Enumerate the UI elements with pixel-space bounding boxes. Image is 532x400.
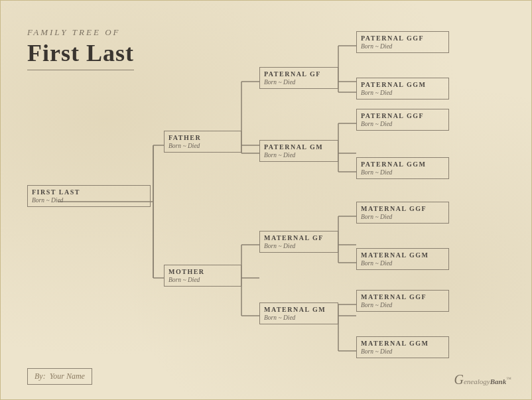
paternal-ggm2-box: PATERNAL GGM Born ~ Died <box>356 157 449 179</box>
brand-bank: Bank <box>490 377 506 385</box>
page: FAMILY TREE of First Last <box>0 0 532 400</box>
mother-box: MOTHER Born ~ Died <box>164 265 241 287</box>
brand-g-icon: G <box>454 372 464 387</box>
maternal-ggm1-name: MATERNAL GGM <box>357 249 448 260</box>
maternal-ggf2-box: MATERNAL GGF Born ~ Died <box>356 290 449 312</box>
maternal-ggf2-dates: Born ~ Died <box>357 302 448 311</box>
maternal-gf-dates: Born ~ Died <box>260 243 338 252</box>
paternal-gf-name: PATERNAL GF <box>260 68 338 79</box>
by-value[interactable]: Your Name <box>50 371 85 381</box>
maternal-ggf1-name: MATERNAL GGF <box>357 202 448 214</box>
paternal-gm-name: PATERNAL GM <box>260 141 338 152</box>
paternal-gf-dates: Born ~ Died <box>260 79 338 88</box>
footer-brand: GenealogyBank™ <box>454 372 511 387</box>
footer-by: By: Your Name <box>27 368 92 385</box>
by-label: By: <box>34 371 46 381</box>
paternal-ggf2-box: PATERNAL GGF Born ~ Died <box>356 109 449 131</box>
mother-name: MOTHER <box>165 265 241 277</box>
maternal-ggm2-box: MATERNAL GGM Born ~ Died <box>356 336 449 358</box>
brand-text: enealogy <box>464 377 490 385</box>
mother-dates: Born ~ Died <box>165 277 241 286</box>
maternal-ggm1-box: MATERNAL GGM Born ~ Died <box>356 248 449 270</box>
maternal-ggm2-dates: Born ~ Died <box>357 348 448 358</box>
self-name: FIRST LAST <box>28 186 150 197</box>
brand-tm: ™ <box>506 376 511 382</box>
paternal-ggf1-dates: Born ~ Died <box>357 43 448 52</box>
maternal-ggf1-dates: Born ~ Died <box>357 214 448 223</box>
self-box: FIRST LAST Born ~ Died <box>27 185 151 207</box>
father-dates: Born ~ Died <box>165 143 241 152</box>
maternal-gf-name: MATERNAL GF <box>260 232 338 243</box>
paternal-gf-box: PATERNAL GF Born ~ Died <box>259 67 338 89</box>
paternal-ggf2-dates: Born ~ Died <box>357 121 448 130</box>
paternal-ggf1-box: PATERNAL GGF Born ~ Died <box>356 31 449 53</box>
paternal-ggf1-name: PATERNAL GGF <box>357 32 448 43</box>
self-dates: Born ~ Died <box>28 197 150 206</box>
maternal-gf-box: MATERNAL GF Born ~ Died <box>259 231 338 253</box>
paternal-gm-box: PATERNAL GM Born ~ Died <box>259 140 338 162</box>
maternal-ggm2-name: MATERNAL GGM <box>357 337 448 348</box>
maternal-ggm1-dates: Born ~ Died <box>357 260 448 269</box>
title-main: First Last <box>27 39 134 70</box>
paternal-ggm1-dates: Born ~ Died <box>357 90 448 99</box>
paternal-ggm1-name: PATERNAL GGM <box>357 78 448 90</box>
title-subtitle: FAMILY TREE of <box>27 27 134 38</box>
maternal-gm-dates: Born ~ Died <box>260 314 338 324</box>
father-name: FATHER <box>165 131 241 143</box>
maternal-ggf1-box: MATERNAL GGF Born ~ Died <box>356 202 449 224</box>
paternal-gm-dates: Born ~ Died <box>260 152 338 161</box>
maternal-gm-box: MATERNAL GM Born ~ Died <box>259 302 338 324</box>
paternal-ggm1-box: PATERNAL GGM Born ~ Died <box>356 78 449 100</box>
title-area: FAMILY TREE of First Last <box>27 27 134 70</box>
father-box: FATHER Born ~ Died <box>164 131 241 153</box>
maternal-ggf2-name: MATERNAL GGF <box>357 291 448 302</box>
paternal-ggm2-name: PATERNAL GGM <box>357 158 448 169</box>
paternal-ggf2-name: PATERNAL GGF <box>357 109 448 121</box>
paternal-ggm2-dates: Born ~ Died <box>357 169 448 178</box>
maternal-gm-name: MATERNAL GM <box>260 303 338 314</box>
